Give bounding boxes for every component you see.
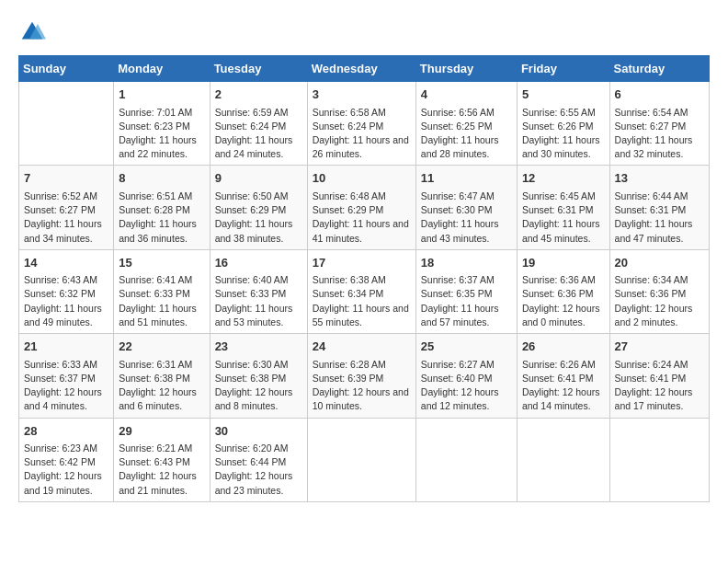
cell-content: Sunrise: 6:26 AMSunset: 6:41 PMDaylight:… [522, 358, 605, 414]
week-row-3: 14Sunrise: 6:43 AMSunset: 6:32 PMDayligh… [19, 249, 710, 333]
day-number: 1 [119, 86, 204, 104]
cell-content: Sunrise: 6:56 AMSunset: 6:25 PMDaylight:… [421, 106, 512, 162]
calendar-cell: 8Sunrise: 6:51 AMSunset: 6:28 PMDaylight… [114, 166, 210, 249]
day-number: 22 [119, 338, 204, 356]
calendar-cell: 5Sunrise: 6:55 AMSunset: 6:26 PMDaylight… [517, 82, 609, 166]
cell-content: Sunrise: 6:24 AMSunset: 6:41 PMDaylight:… [615, 358, 704, 414]
day-number: 2 [215, 86, 302, 104]
calendar-cell: 7Sunrise: 6:52 AMSunset: 6:27 PMDaylight… [19, 166, 114, 249]
calendar-cell: 9Sunrise: 6:50 AMSunset: 6:29 PMDaylight… [210, 166, 307, 249]
day-number: 10 [313, 169, 411, 188]
header-saturday: Saturday [609, 56, 709, 82]
day-number: 5 [522, 86, 605, 104]
cell-content: Sunrise: 6:58 AMSunset: 6:24 PMDaylight:… [313, 106, 411, 162]
calendar-cell: 3Sunrise: 6:58 AMSunset: 6:24 PMDaylight… [307, 82, 415, 166]
day-number: 8 [119, 169, 204, 188]
calendar-cell: 26Sunrise: 6:26 AMSunset: 6:41 PMDayligh… [517, 334, 609, 418]
header-tuesday: Tuesday [210, 56, 307, 82]
cell-content: Sunrise: 6:34 AMSunset: 6:36 PMDaylight:… [615, 273, 704, 329]
calendar-cell: 6Sunrise: 6:54 AMSunset: 6:27 PMDaylight… [609, 82, 709, 166]
day-number: 4 [421, 86, 512, 104]
day-number: 6 [615, 86, 704, 104]
cell-content: Sunrise: 7:01 AMSunset: 6:23 PMDaylight:… [119, 106, 204, 162]
cell-content: Sunrise: 6:52 AMSunset: 6:27 PMDaylight:… [24, 190, 108, 246]
day-number: 7 [24, 169, 108, 188]
cell-content: Sunrise: 6:30 AMSunset: 6:38 PMDaylight:… [215, 358, 302, 414]
calendar-cell: 29Sunrise: 6:21 AMSunset: 6:43 PMDayligh… [114, 418, 210, 501]
day-number: 26 [522, 338, 605, 356]
day-number: 29 [119, 422, 204, 441]
cell-content: Sunrise: 6:47 AMSunset: 6:30 PMDaylight:… [421, 190, 512, 246]
day-number: 19 [522, 254, 605, 272]
cell-content: Sunrise: 6:55 AMSunset: 6:26 PMDaylight:… [522, 106, 605, 162]
calendar-cell: 1Sunrise: 7:01 AMSunset: 6:23 PMDaylight… [114, 82, 210, 166]
header-monday: Monday [114, 56, 210, 82]
header-friday: Friday [517, 56, 609, 82]
calendar-cell: 14Sunrise: 6:43 AMSunset: 6:32 PMDayligh… [19, 249, 114, 333]
calendar-cell: 21Sunrise: 6:33 AMSunset: 6:37 PMDayligh… [19, 334, 114, 418]
day-number: 28 [24, 422, 108, 441]
day-number: 13 [615, 169, 704, 188]
calendar-cell: 2Sunrise: 6:59 AMSunset: 6:24 PMDaylight… [210, 82, 307, 166]
calendar-cell: 4Sunrise: 6:56 AMSunset: 6:25 PMDaylight… [415, 82, 517, 166]
calendar-table: SundayMondayTuesdayWednesdayThursdayFrid… [18, 55, 710, 502]
week-row-4: 21Sunrise: 6:33 AMSunset: 6:37 PMDayligh… [19, 334, 710, 418]
logo [18, 18, 50, 46]
cell-content: Sunrise: 6:33 AMSunset: 6:37 PMDaylight:… [24, 358, 108, 414]
day-number: 21 [24, 338, 108, 356]
day-number: 12 [522, 169, 605, 188]
header-thursday: Thursday [415, 56, 517, 82]
calendar-cell: 24Sunrise: 6:28 AMSunset: 6:39 PMDayligh… [307, 334, 415, 418]
cell-content: Sunrise: 6:54 AMSunset: 6:27 PMDaylight:… [615, 106, 704, 162]
calendar-cell: 23Sunrise: 6:30 AMSunset: 6:38 PMDayligh… [210, 334, 307, 418]
calendar-cell [517, 418, 609, 501]
cell-content: Sunrise: 6:45 AMSunset: 6:31 PMDaylight:… [522, 190, 605, 246]
day-number: 24 [313, 338, 411, 356]
header-wednesday: Wednesday [307, 56, 415, 82]
cell-content: Sunrise: 6:38 AMSunset: 6:34 PMDaylight:… [313, 273, 411, 329]
cell-content: Sunrise: 6:23 AMSunset: 6:42 PMDaylight:… [24, 442, 108, 498]
week-row-5: 28Sunrise: 6:23 AMSunset: 6:42 PMDayligh… [19, 418, 710, 501]
week-row-2: 7Sunrise: 6:52 AMSunset: 6:27 PMDaylight… [19, 166, 710, 249]
header-sunday: Sunday [19, 56, 114, 82]
cell-content: Sunrise: 6:20 AMSunset: 6:44 PMDaylight:… [215, 442, 302, 498]
cell-content: Sunrise: 6:48 AMSunset: 6:29 PMDaylight:… [313, 190, 411, 246]
cell-content: Sunrise: 6:37 AMSunset: 6:35 PMDaylight:… [421, 273, 512, 329]
cell-content: Sunrise: 6:51 AMSunset: 6:28 PMDaylight:… [119, 190, 204, 246]
calendar-cell: 11Sunrise: 6:47 AMSunset: 6:30 PMDayligh… [415, 166, 517, 249]
header-row: SundayMondayTuesdayWednesdayThursdayFrid… [19, 56, 710, 82]
day-number: 27 [615, 338, 704, 356]
calendar-cell: 12Sunrise: 6:45 AMSunset: 6:31 PMDayligh… [517, 166, 609, 249]
day-number: 16 [215, 254, 302, 272]
cell-content: Sunrise: 6:44 AMSunset: 6:31 PMDaylight:… [615, 190, 704, 246]
calendar-cell [415, 418, 517, 501]
calendar-cell: 10Sunrise: 6:48 AMSunset: 6:29 PMDayligh… [307, 166, 415, 249]
day-number: 30 [215, 422, 302, 441]
day-number: 20 [615, 254, 704, 272]
week-row-1: 1Sunrise: 7:01 AMSunset: 6:23 PMDaylight… [19, 82, 710, 166]
day-number: 23 [215, 338, 302, 356]
calendar-cell [307, 418, 415, 501]
cell-content: Sunrise: 6:43 AMSunset: 6:32 PMDaylight:… [24, 273, 108, 329]
calendar-cell: 28Sunrise: 6:23 AMSunset: 6:42 PMDayligh… [19, 418, 114, 501]
cell-content: Sunrise: 6:31 AMSunset: 6:38 PMDaylight:… [119, 358, 204, 414]
day-number: 3 [313, 86, 411, 104]
cell-content: Sunrise: 6:36 AMSunset: 6:36 PMDaylight:… [522, 273, 605, 329]
day-number: 18 [421, 254, 512, 272]
cell-content: Sunrise: 6:50 AMSunset: 6:29 PMDaylight:… [215, 190, 302, 246]
calendar-cell: 13Sunrise: 6:44 AMSunset: 6:31 PMDayligh… [609, 166, 709, 249]
calendar-cell: 30Sunrise: 6:20 AMSunset: 6:44 PMDayligh… [210, 418, 307, 501]
calendar-cell: 19Sunrise: 6:36 AMSunset: 6:36 PMDayligh… [517, 249, 609, 333]
cell-content: Sunrise: 6:21 AMSunset: 6:43 PMDaylight:… [119, 442, 204, 498]
cell-content: Sunrise: 6:28 AMSunset: 6:39 PMDaylight:… [313, 358, 411, 414]
day-number: 25 [421, 338, 512, 356]
cell-content: Sunrise: 6:41 AMSunset: 6:33 PMDaylight:… [119, 273, 204, 329]
calendar-cell [19, 82, 114, 166]
calendar-cell: 20Sunrise: 6:34 AMSunset: 6:36 PMDayligh… [609, 249, 709, 333]
calendar-cell: 25Sunrise: 6:27 AMSunset: 6:40 PMDayligh… [415, 334, 517, 418]
day-number: 17 [313, 254, 411, 272]
calendar-cell: 16Sunrise: 6:40 AMSunset: 6:33 PMDayligh… [210, 249, 307, 333]
cell-content: Sunrise: 6:27 AMSunset: 6:40 PMDaylight:… [421, 358, 512, 414]
day-number: 14 [24, 254, 108, 272]
day-number: 9 [215, 169, 302, 188]
